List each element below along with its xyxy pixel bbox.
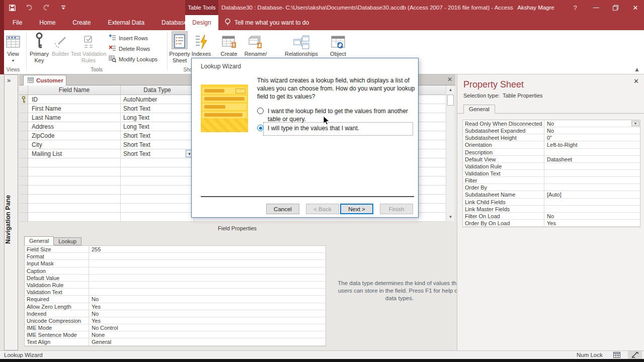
undo-icon[interactable] (24, 3, 34, 13)
cancel-button[interactable]: Cancel (266, 204, 299, 214)
delete-rows-button[interactable]: Delete Rows (109, 44, 150, 53)
property-value[interactable]: Datasheet (544, 156, 640, 163)
redo-icon[interactable] (41, 3, 51, 13)
tab-lookup[interactable]: Lookup (53, 237, 82, 245)
radio-selected-icon[interactable] (257, 125, 264, 131)
close-document-icon[interactable]: ✕ (447, 76, 452, 83)
radio-icon[interactable] (257, 108, 264, 114)
property-value[interactable] (89, 275, 326, 282)
grid-vertical-scrollbar[interactable]: ▲ ▼ (446, 85, 454, 221)
data-type-cell[interactable] (121, 195, 194, 204)
property-value[interactable]: No (89, 310, 326, 317)
radio-option-type-values[interactable]: I will type in the values that I want. (257, 124, 359, 132)
property-value[interactable] (89, 253, 326, 260)
tab-design[interactable]: Design (185, 15, 218, 30)
radio-option-table-query[interactable]: I want the lookup field to get the value… (257, 107, 417, 123)
field-name-cell[interactable]: ID (28, 95, 121, 104)
field-name-cell[interactable] (28, 204, 121, 213)
data-type-cell[interactable] (121, 167, 194, 176)
expand-nav-pane-icon[interactable]: » (7, 76, 10, 84)
field-name-cell[interactable]: City (28, 140, 121, 149)
restore-button[interactable] (607, 0, 624, 15)
property-value[interactable]: General (89, 338, 326, 345)
next-button[interactable]: Next > (340, 204, 373, 214)
data-type-cell[interactable]: Short Text (121, 104, 194, 113)
row-selector[interactable] (19, 140, 28, 149)
property-value[interactable]: No Control (89, 324, 326, 331)
field-name-cell[interactable]: ZipCode (28, 131, 121, 140)
scroll-down-icon[interactable]: ▼ (446, 213, 455, 221)
row-selector[interactable] (19, 113, 28, 122)
help-button[interactable]: ? (568, 0, 583, 15)
builder-button[interactable]: Builder (50, 31, 70, 57)
datasheet-view-icon[interactable] (610, 351, 624, 359)
field-name-cell[interactable] (28, 213, 121, 222)
customize-quick-access-icon[interactable] (58, 3, 68, 13)
tab-general[interactable]: General (24, 236, 54, 245)
object-dependencies-button[interactable]: Object (326, 31, 350, 57)
property-sheet-tab-general[interactable]: General (463, 105, 495, 114)
property-value[interactable]: 255 (89, 246, 326, 253)
tab-create[interactable]: Create (64, 15, 99, 30)
row-selector[interactable] (19, 176, 28, 186)
property-value[interactable]: No (544, 127, 640, 134)
data-type-cell[interactable] (121, 204, 194, 213)
document-tab-customer[interactable]: Customer (23, 75, 66, 85)
field-name-cell[interactable] (28, 158, 121, 167)
row-selector[interactable] (19, 167, 28, 176)
data-type-cell[interactable]: AutoNumber (121, 95, 194, 104)
data-type-cell[interactable]: Short Text▾ (121, 149, 194, 158)
scrollbar-thumb[interactable] (447, 95, 454, 106)
row-selector[interactable] (19, 158, 28, 167)
property-value[interactable] (544, 199, 640, 206)
data-type-cell[interactable] (121, 158, 194, 167)
property-value[interactable] (89, 267, 326, 275)
tab-file[interactable]: File (4, 15, 31, 30)
property-value[interactable] (544, 177, 640, 184)
property-value[interactable]: Yes (89, 317, 326, 324)
row-selector[interactable] (19, 149, 28, 158)
close-property-sheet-icon[interactable]: ✕ (633, 77, 639, 85)
minimize-button[interactable]: — (588, 0, 605, 15)
data-type-cell[interactable] (121, 176, 194, 186)
row-selector[interactable] (19, 186, 28, 195)
field-name-cell[interactable] (28, 186, 121, 195)
tab-home[interactable]: Home (31, 15, 64, 30)
field-name-cell[interactable]: Last Name (28, 113, 121, 122)
collapse-ribbon-icon[interactable]: ▲ (632, 65, 642, 73)
data-type-cell[interactable] (121, 213, 194, 222)
property-value[interactable] (544, 184, 640, 191)
test-validation-rules-button[interactable]: Test Validation Rules (70, 31, 107, 64)
row-selector[interactable] (19, 122, 28, 131)
property-value[interactable]: No▾ (544, 120, 640, 127)
row-selector[interactable] (19, 104, 28, 113)
property-dropdown-icon[interactable]: ▾ (631, 121, 639, 126)
property-value[interactable] (544, 170, 640, 177)
rename-delete-macro-button[interactable]: Rename/ (244, 31, 268, 57)
data-type-cell[interactable]: Short Text (121, 140, 194, 149)
data-type-cell[interactable]: Long Text (121, 122, 194, 131)
data-type-cell[interactable]: Short Text (121, 131, 194, 140)
scroll-up-icon[interactable]: ▲ (446, 85, 455, 94)
account-name[interactable]: Akshay Magre (516, 0, 556, 15)
property-value[interactable] (89, 282, 326, 289)
close-button[interactable]: ✕ (627, 0, 644, 15)
save-icon[interactable] (7, 3, 17, 13)
property-value[interactable] (89, 260, 326, 267)
indexes-button[interactable]: Indexes (191, 31, 211, 57)
row-selector[interactable] (19, 95, 28, 104)
navigation-pane-collapsed[interactable]: » Navigation Pane (4, 74, 18, 350)
property-value[interactable]: No (544, 213, 640, 220)
row-selector[interactable] (19, 195, 28, 204)
property-value[interactable]: None (89, 331, 326, 338)
property-value[interactable]: Left-to-Right (544, 141, 640, 148)
property-sheet-button[interactable]: Property Sheet (169, 31, 190, 64)
primary-key-button[interactable]: Primary Key (28, 31, 50, 64)
modify-lookups-button[interactable]: Modify Lookups (109, 54, 157, 64)
property-value[interactable] (544, 149, 640, 156)
field-name-cell[interactable] (28, 167, 121, 176)
insert-rows-button[interactable]: Insert Rows (109, 33, 148, 43)
property-value[interactable] (89, 289, 326, 296)
data-type-cell[interactable] (121, 186, 194, 195)
property-value[interactable] (544, 163, 640, 170)
